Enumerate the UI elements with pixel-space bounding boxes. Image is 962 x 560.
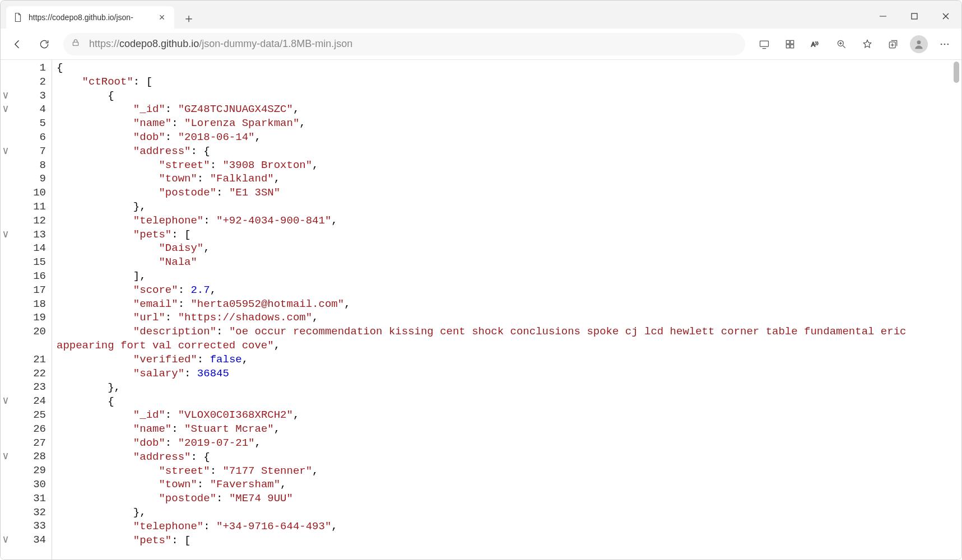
maximize-button[interactable]	[899, 4, 930, 29]
fold-toggle-icon[interactable]: ∨	[1, 394, 11, 408]
line-number: 29	[11, 464, 46, 478]
fold-empty	[1, 200, 11, 214]
address-bar[interactable]: https://codepo8.github.io/json-dummy-dat…	[63, 33, 745, 55]
code-line: "pets": [	[57, 534, 961, 548]
fold-toggle-icon[interactable]: ∨	[1, 144, 11, 158]
line-number: 16	[11, 269, 46, 283]
code-line: "street": "3908 Broxton",	[57, 158, 961, 172]
code-line: "pets": [	[57, 228, 961, 242]
line-number: 24	[11, 394, 46, 408]
line-number: 21	[11, 353, 46, 367]
zoom-icon[interactable]	[829, 32, 854, 57]
code-line: {	[57, 395, 961, 409]
line-number: 8	[11, 158, 46, 172]
code-line: "Nala"	[57, 255, 961, 269]
code-line: "postode": "E1 3SN"	[57, 186, 961, 200]
code-line: "verified": false,	[57, 353, 961, 367]
code-line: "telephone": "+34-9716-644-493",	[57, 520, 961, 534]
line-number: 6	[11, 130, 46, 144]
fold-empty	[1, 269, 11, 283]
line-number: 3	[11, 89, 46, 103]
code-line: "email": "herta05952@hotmail.com",	[57, 297, 961, 311]
line-number: 11	[11, 200, 46, 214]
svg-rect-4	[73, 42, 78, 45]
fold-empty	[1, 241, 11, 255]
fold-empty	[1, 255, 11, 269]
line-number: 31	[11, 492, 46, 506]
fold-empty	[1, 61, 11, 75]
minimize-button[interactable]	[867, 4, 899, 29]
svg-rect-7	[791, 40, 794, 44]
line-number: 13	[11, 228, 46, 242]
line-number: 4	[11, 102, 46, 116]
screen-icon[interactable]	[752, 32, 777, 57]
svg-point-13	[917, 40, 921, 44]
code-line: "salary": 36845	[57, 367, 961, 381]
fold-empty	[1, 325, 11, 339]
fold-empty	[1, 158, 11, 172]
fold-empty	[1, 311, 11, 325]
browser-tab[interactable]: https://codepo8.github.io/json- ×	[6, 6, 174, 29]
close-window-button[interactable]	[930, 4, 961, 29]
line-number: 12	[11, 214, 46, 228]
code-line: "postode": "ME74 9UU"	[57, 492, 961, 506]
fold-empty	[1, 75, 11, 89]
line-number-gutter: 1234567891011121314151617181920 21222324…	[11, 60, 52, 559]
fold-empty	[1, 436, 11, 450]
code-line: {	[57, 89, 961, 103]
vertical-scrollbar[interactable]	[952, 59, 961, 552]
fold-empty	[1, 353, 11, 367]
fold-gutter[interactable]: ∨∨∨∨∨∨∨	[1, 60, 11, 559]
code-line: "town": "Faversham",	[57, 478, 961, 492]
tab-strip: https://codepo8.github.io/json- × ＋	[1, 1, 961, 29]
svg-rect-9	[791, 44, 794, 48]
code-viewer[interactable]: { "ctRoot": [ { "_id": "GZ48TCJNUAGX4SZC…	[52, 60, 961, 559]
line-number: 22	[11, 367, 46, 381]
line-number: 33	[11, 519, 46, 533]
fold-toggle-icon[interactable]: ∨	[1, 450, 11, 464]
collections-icon[interactable]	[881, 32, 905, 57]
grid-icon[interactable]	[778, 32, 802, 57]
fold-toggle-icon[interactable]: ∨	[1, 89, 11, 103]
line-number: 14	[11, 241, 46, 255]
line-number: 5	[11, 116, 46, 130]
code-line: "town": "Falkland",	[57, 172, 961, 186]
svg-point-15	[944, 43, 946, 45]
fold-empty	[1, 297, 11, 311]
more-icon[interactable]	[932, 32, 957, 57]
line-number: 28	[11, 450, 46, 464]
line-number: 19	[11, 311, 46, 325]
new-tab-button[interactable]: ＋	[179, 8, 199, 29]
fold-empty	[1, 422, 11, 436]
code-line: "score": 2.7,	[57, 283, 961, 297]
toolbar: https://codepo8.github.io/json-dummy-dat…	[1, 29, 961, 60]
line-number: 2	[11, 75, 46, 89]
fold-toggle-icon[interactable]: ∨	[1, 102, 11, 116]
refresh-button[interactable]	[32, 32, 57, 57]
window-controls	[867, 4, 961, 29]
file-icon	[13, 12, 23, 22]
line-number: 26	[11, 422, 46, 436]
lock-icon	[71, 38, 81, 50]
url-host: codepo8.github.io	[119, 38, 199, 49]
fold-empty	[1, 172, 11, 186]
svg-rect-6	[786, 40, 789, 44]
line-number: 27	[11, 436, 46, 450]
line-number: 10	[11, 186, 46, 200]
code-line: "address": {	[57, 450, 961, 464]
fold-toggle-icon[interactable]: ∨	[1, 228, 11, 242]
scrollbar-thumb[interactable]	[954, 62, 959, 83]
fold-toggle-icon[interactable]: ∨	[1, 533, 11, 547]
line-number: 30	[11, 478, 46, 492]
close-tab-icon[interactable]: ×	[156, 12, 168, 22]
code-line: },	[57, 200, 961, 214]
back-button[interactable]	[5, 32, 30, 57]
line-number: 9	[11, 172, 46, 186]
fold-empty	[1, 186, 11, 200]
code-line: "name": "Lorenza Sparkman",	[57, 116, 961, 130]
read-aloud-icon[interactable]: A⁾⁾	[803, 32, 828, 57]
favorite-icon[interactable]	[855, 32, 880, 57]
code-line: ],	[57, 269, 961, 283]
svg-rect-8	[786, 44, 789, 48]
profile-avatar[interactable]	[910, 35, 928, 53]
